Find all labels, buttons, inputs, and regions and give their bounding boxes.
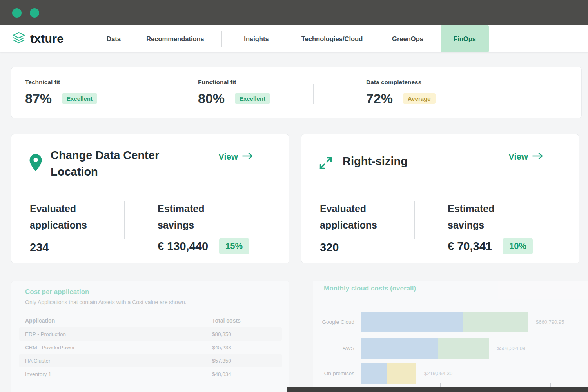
evaluated-applications-value: 234 xyxy=(30,241,49,254)
kpi-data-completeness: Data completeness 72% Average xyxy=(366,79,436,106)
table-subtitle: Only Applications that contain Assets wi… xyxy=(25,299,187,305)
application-name: Inventory 1 xyxy=(25,371,212,377)
bar-segment-2 xyxy=(387,363,416,384)
bar-category-label: Google Cloud xyxy=(313,319,361,325)
expand-arrows-icon xyxy=(319,156,333,172)
bar-category-label: On-premises xyxy=(313,370,361,376)
kpi-value: 87% xyxy=(25,91,52,106)
estimated-savings-value: € 130,440 xyxy=(158,240,208,253)
table-row[interactable]: CRM - PowderPower $45,233 xyxy=(19,341,282,354)
view-label: View xyxy=(508,152,528,162)
bar-segment-1 xyxy=(361,312,463,332)
kpi-value: 72% xyxy=(366,91,393,106)
recommendation-card-right-sizing: Right-sizing View Evaluated applications… xyxy=(301,134,579,263)
nav-item-technologies-cloud[interactable]: Technologies/Cloud xyxy=(301,25,363,52)
savings-percent-badge: 10% xyxy=(503,238,533,254)
top-navigation: txture Data Recommendations Insights Tec… xyxy=(0,25,588,52)
logo-text: txture xyxy=(30,32,64,45)
chart-bar-row: On-premises $219,054.30 xyxy=(313,363,588,384)
application-name: HA Cluster xyxy=(25,358,212,364)
column-total-costs: Total costs xyxy=(212,318,276,324)
evaluated-applications-value: 320 xyxy=(320,241,339,254)
status-badge: Average xyxy=(403,93,436,104)
recommendation-card-change-datacenter: Change Data Center Location View Evaluat… xyxy=(11,134,289,263)
view-link-datacenter[interactable]: View xyxy=(218,152,254,162)
chart-title: Monthly cloud costs (overall) xyxy=(324,285,416,292)
chart-x-axis-ticks xyxy=(367,383,587,387)
score-summary-card: Technical fit 87% Excellent Functional f… xyxy=(11,67,582,118)
bar-value-label: $508,324.09 xyxy=(497,345,525,351)
view-label: View xyxy=(218,152,238,162)
bar-segment-2 xyxy=(438,338,489,359)
application-cost: $48,034 xyxy=(212,371,276,377)
bar-segment-1 xyxy=(361,363,387,384)
scrolled-content-section: Cost per application Only Applications t… xyxy=(0,274,588,392)
cost-table: Application Total costs ERP - Production… xyxy=(19,314,282,381)
savings-percent-badge: 15% xyxy=(219,238,249,254)
status-badge: Excellent xyxy=(62,93,97,104)
kpi-divider xyxy=(138,84,138,104)
table-header-row: Application Total costs xyxy=(19,314,282,327)
table-title: Cost per application xyxy=(25,288,89,296)
bottom-window-edge xyxy=(287,387,588,392)
cost-per-application-card: Cost per application Only Applications t… xyxy=(11,281,289,392)
evaluated-applications-label: Evaluated applications xyxy=(30,200,106,233)
window-dot-1[interactable] xyxy=(12,8,22,18)
app-window: txture Data Recommendations Insights Tec… xyxy=(0,0,588,392)
txture-logo-icon xyxy=(12,32,26,46)
bar-category-label: AWS xyxy=(313,345,361,351)
window-dot-2[interactable] xyxy=(30,8,39,18)
nav-divider xyxy=(495,31,495,47)
estimated-savings-label: Estimated savings xyxy=(158,200,226,233)
window-titlebar xyxy=(0,0,588,25)
nav-item-finops[interactable]: FinOps xyxy=(441,25,489,52)
kpi-technical-fit: Technical fit 87% Excellent xyxy=(25,79,97,106)
nav-item-recommendations[interactable]: Recommendations xyxy=(146,25,204,52)
location-pin-icon xyxy=(29,154,42,173)
card-title: Right-sizing xyxy=(343,153,408,169)
arrow-right-icon xyxy=(242,152,254,162)
bar-segment-1 xyxy=(361,338,438,359)
card-title: Change Data Center Location xyxy=(51,147,180,180)
arrow-right-icon xyxy=(532,152,544,162)
kpi-label: Functional fit xyxy=(198,79,270,86)
stat-divider xyxy=(414,201,415,239)
application-name: CRM - PowderPower xyxy=(25,345,212,350)
application-cost: $80,350 xyxy=(212,331,276,337)
status-badge: Excellent xyxy=(235,93,270,104)
view-link-right-sizing[interactable]: View xyxy=(508,152,544,162)
stat-divider xyxy=(124,201,125,239)
nav-item-greenops[interactable]: GreenOps xyxy=(392,25,423,52)
table-row[interactable]: HA Cluster $57,350 xyxy=(19,354,282,367)
application-cost: $57,350 xyxy=(212,358,276,364)
nav-divider xyxy=(221,31,222,47)
estimated-savings-value: € 70,341 xyxy=(448,240,492,253)
logo[interactable]: txture xyxy=(12,25,64,52)
kpi-value: 80% xyxy=(198,91,225,106)
chart-bar-row: AWS $508,324.09 xyxy=(313,338,588,359)
kpi-divider xyxy=(313,84,314,104)
nav-item-insights[interactable]: Insights xyxy=(244,25,269,52)
kpi-label: Data completeness xyxy=(366,79,436,86)
bar-value-label: $219,054.30 xyxy=(424,370,452,376)
evaluated-applications-label: Evaluated applications xyxy=(320,200,396,233)
column-application: Application xyxy=(25,318,212,324)
table-row[interactable]: ERP - Production $80,350 xyxy=(19,327,282,341)
application-name: ERP - Production xyxy=(25,331,212,337)
chart-bar-row: Google Cloud $660,790.95 xyxy=(313,312,588,332)
table-row[interactable]: Inventory 1 $48,034 xyxy=(19,367,282,381)
kpi-label: Technical fit xyxy=(25,79,97,86)
nav-item-data[interactable]: Data xyxy=(107,25,121,52)
estimated-savings-label: Estimated savings xyxy=(448,200,516,233)
bar-value-label: $660,790.95 xyxy=(536,319,564,325)
kpi-functional-fit: Functional fit 80% Excellent xyxy=(198,79,270,106)
monthly-cloud-costs-chart: Monthly cloud costs (overall) Google Clo… xyxy=(313,281,588,392)
application-cost: $45,233 xyxy=(212,345,276,350)
bar-segment-2 xyxy=(463,312,528,332)
